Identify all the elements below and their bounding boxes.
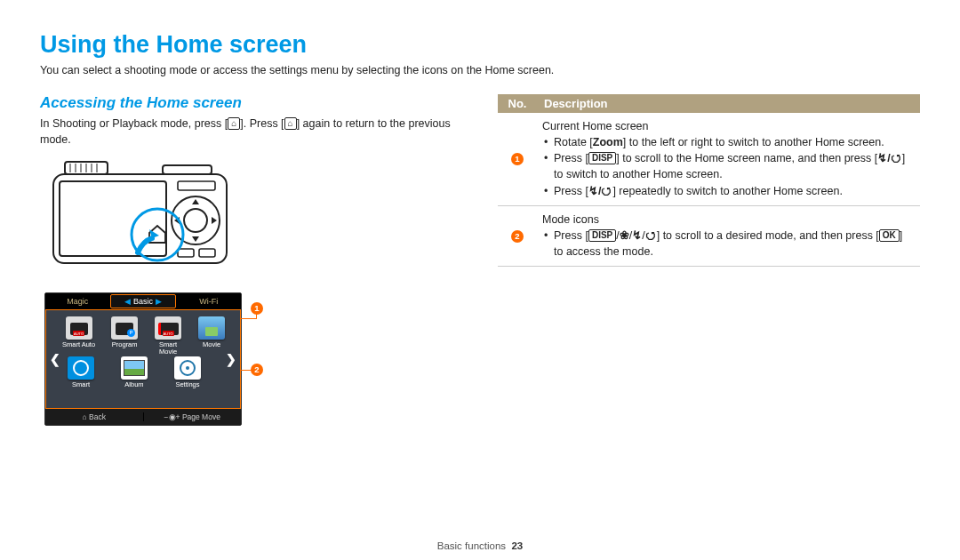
footer-page-number: 23 (511, 540, 523, 551)
home-icon: ⌂ (83, 412, 87, 421)
svg-rect-9 (163, 165, 212, 174)
home-screen-ui: Magic ◀ Basic ▶ Wi-Fi ❮ ❯ Smart Auto Pro… (44, 292, 242, 426)
mode-program[interactable]: Program (111, 316, 138, 356)
nav-left-icon[interactable]: ❮ (50, 352, 60, 366)
home-screen-footer: ⌂ Back −◉+ Page Move (45, 409, 241, 425)
callout-1-marker: 1 (251, 302, 263, 315)
ok-icon: OK (879, 229, 900, 242)
table-header-desc: Description (537, 94, 920, 113)
page-title: Using the Home screen (40, 31, 920, 59)
svg-rect-13 (178, 249, 194, 257)
tab-magic[interactable]: Magic (45, 297, 110, 306)
row2-title: Mode icons (542, 212, 915, 228)
table-header-no: No. (498, 94, 537, 113)
footer-back[interactable]: ⌂ Back (45, 412, 144, 421)
tab-label: Basic (133, 297, 153, 306)
tab-bar: Magic ◀ Basic ▶ Wi-Fi (45, 293, 241, 309)
timer-icon: ⭯ (645, 229, 657, 242)
callout-2-marker: 2 (251, 364, 263, 376)
mode-movie[interactable]: Movie (198, 316, 225, 356)
tab-wifi[interactable]: Wi-Fi (176, 297, 241, 306)
footer-section: Basic functions (437, 540, 506, 551)
home-icon: ⌂ (284, 117, 297, 130)
desc-part: ]. Press [ (240, 117, 284, 130)
mode-icon-grid: ❮ ❯ Smart Auto Program Smart Movie Movie… (45, 309, 241, 409)
chevron-left-icon: ◀ (124, 297, 131, 306)
mode-album[interactable]: Album (116, 356, 153, 388)
section-desc: In Shooting or Playback mode, press [⌂].… (40, 116, 462, 148)
disp-icon: DISP (588, 229, 616, 242)
svg-rect-12 (178, 181, 215, 190)
description-table: No. Description 1 Current Home screen Ro… (498, 94, 920, 267)
row2-bullet1: Press [DISP/❀/↯/⭯] to scroll to a desire… (544, 228, 915, 260)
intro-text: You can select a shooting mode or access… (40, 64, 920, 76)
nav-right-icon[interactable]: ❯ (226, 352, 236, 366)
mode-smart-auto[interactable]: Smart Auto (62, 316, 95, 356)
flash-icon: ↯ (632, 229, 642, 242)
callout-line (240, 318, 257, 319)
row1-bullet1: Rotate [Zoom] to the left or right to sw… (544, 134, 915, 150)
svg-rect-14 (199, 249, 215, 257)
table-row: 2 Mode icons Press [DISP/❀/↯/⭯] to scrol… (498, 205, 920, 266)
section-heading: Accessing the Home screen (40, 94, 462, 112)
row-num-1: 1 (511, 153, 524, 165)
svg-rect-1 (60, 181, 166, 256)
mode-settings[interactable]: Settings (169, 356, 206, 388)
flash-timer-icon: ↯/⭯ (588, 185, 612, 197)
table-row: 1 Current Home screen Rotate [Zoom] to t… (498, 113, 920, 205)
row1-bullet3: Press [↯/⭯] repeatedly to switch to anot… (544, 183, 915, 199)
footer-page-move[interactable]: −◉+ Page Move (144, 412, 242, 421)
row1-title: Current Home screen (542, 118, 915, 134)
flash-timer-icon: ↯/⭯ (877, 152, 901, 164)
row-num-2: 2 (511, 230, 524, 243)
tab-basic[interactable]: ◀ Basic ▶ (110, 294, 177, 308)
disp-icon: DISP (588, 152, 616, 164)
mode-smart-movie[interactable]: Smart Movie (154, 316, 182, 356)
chevron-right-icon: ▶ (156, 297, 162, 306)
desc-part: In Shooting or Playback mode, press [ (40, 117, 228, 130)
camera-illustration (49, 156, 462, 276)
row1-bullet2: Press [DISP] to scroll to the Home scree… (544, 150, 915, 182)
page-footer: Basic functions 23 (0, 540, 960, 551)
home-icon: ⌂ (228, 117, 240, 130)
mode-smart[interactable]: Smart (62, 356, 100, 388)
macro-icon: ❀ (620, 229, 629, 242)
